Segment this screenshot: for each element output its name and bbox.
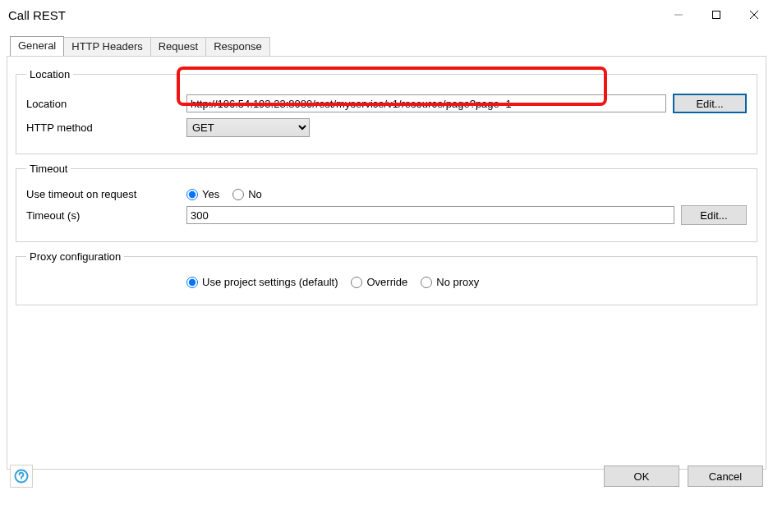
proxy-noproxy-radio[interactable] [421, 277, 432, 288]
proxy-override[interactable]: Override [351, 276, 407, 288]
use-timeout-no-radio[interactable] [232, 189, 244, 200]
tab-general[interactable]: General [10, 36, 64, 56]
tab-request[interactable]: Request [150, 37, 206, 57]
help-button[interactable] [10, 465, 33, 488]
location-group: Location Location Edit... HTTP method GE… [16, 68, 757, 154]
minimize-button[interactable] [660, 2, 697, 27]
proxy-default[interactable]: Use project settings (default) [186, 276, 338, 288]
svg-point-5 [21, 479, 21, 480]
maximize-button[interactable] [697, 2, 735, 27]
close-button[interactable] [735, 2, 773, 27]
dialog-body: General HTTP Headers Request Response Lo… [0, 36, 773, 494]
use-timeout-yes[interactable]: Yes [186, 188, 219, 200]
http-method-label: HTTP method [26, 122, 186, 134]
svg-rect-1 [713, 11, 720, 19]
title-bar: Call REST [0, 0, 773, 30]
proxy-group: Proxy configuration Use project settings… [16, 250, 757, 305]
timeout-edit-button[interactable]: Edit... [681, 205, 747, 225]
use-timeout-label: Use timeout on request [26, 188, 186, 200]
ok-button[interactable]: OK [604, 466, 679, 487]
use-timeout-yes-label: Yes [202, 188, 219, 200]
dialog-button-bar: OK Cancel [0, 458, 773, 494]
proxy-default-label: Use project settings (default) [202, 276, 338, 288]
timeout-group: Timeout Use timeout on request Yes No Ti… [16, 163, 757, 242]
location-label: Location [26, 98, 186, 110]
proxy-override-label: Override [366, 276, 407, 288]
window-controls [660, 2, 773, 27]
proxy-default-radio[interactable] [186, 277, 198, 288]
tab-bar: General HTTP Headers Request Response [10, 36, 773, 56]
tab-http-headers[interactable]: HTTP Headers [63, 37, 150, 57]
use-timeout-no[interactable]: No [232, 188, 262, 200]
proxy-legend: Proxy configuration [26, 250, 124, 263]
cancel-button[interactable]: Cancel [688, 466, 763, 487]
proxy-override-radio[interactable] [351, 277, 362, 288]
proxy-noproxy-label: No proxy [436, 276, 479, 288]
timeout-input[interactable] [186, 206, 674, 224]
http-method-select[interactable]: GET [186, 118, 310, 137]
tab-response[interactable]: Response [205, 37, 270, 57]
timeout-seconds-label: Timeout (s) [26, 209, 186, 222]
tab-panel-general: Location Location Edit... HTTP method GE… [7, 56, 766, 470]
timeout-legend: Timeout [26, 163, 71, 175]
location-input[interactable] [186, 94, 666, 112]
location-legend: Location [26, 68, 73, 80]
proxy-noproxy[interactable]: No proxy [421, 276, 479, 288]
location-edit-button[interactable]: Edit... [673, 94, 747, 113]
use-timeout-yes-radio[interactable] [186, 189, 198, 200]
use-timeout-no-label: No [248, 188, 262, 200]
window-title: Call REST [8, 8, 66, 22]
